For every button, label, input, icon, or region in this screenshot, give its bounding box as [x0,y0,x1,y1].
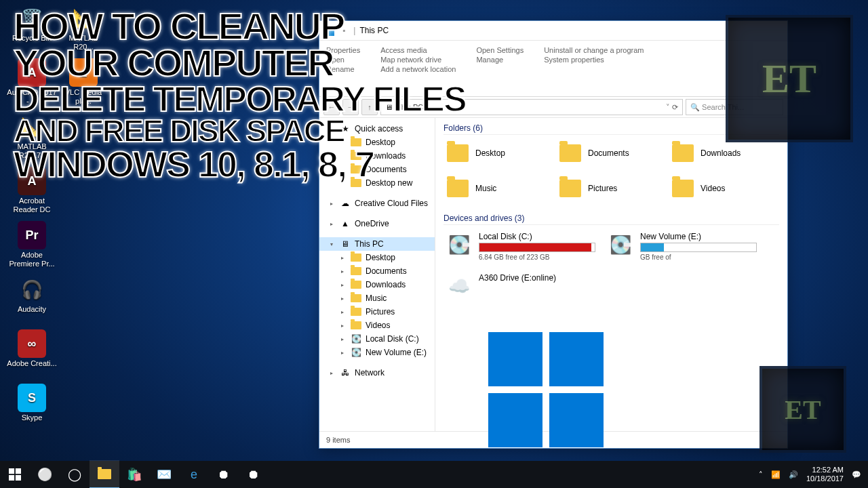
desktop-icon[interactable]: 📐MATLAB R2017a [7,113,57,159]
nav-item[interactable]: ▸Videos [319,319,435,332]
network-icon[interactable]: 📶 [771,470,781,479]
desktop-icon[interactable]: AAutoCAD 2017 - ... [7,58,57,105]
nav-item[interactable]: Documents [319,163,435,176]
desktop-icon[interactable]: PrAdobe Premiere Pr... [7,221,57,268]
desktop: 🗑️Recycle Bin📐MATLAB R20...AAutoCAD 2017… [0,0,868,488]
ribbon-properties[interactable]: Properties [326,46,360,54]
nav-item[interactable]: ▸Downloads [319,278,435,291]
folder-tile[interactable]: Pictures [556,174,662,203]
windows-logo-icon [488,332,604,447]
nav-item[interactable]: ▸🖧Network [319,366,435,380]
nav-pane: ▾★Quick accessDesktopDownloadsDocumentsD… [319,118,435,431]
path-field[interactable]: 🖥 This PC˅ ⟳ [380,99,683,115]
system-tray[interactable]: ˄ 📶 🔊 12:52 AM 10/18/2017 💬 [752,466,868,483]
nav-item[interactable]: Desktop [319,136,435,149]
drive-tile[interactable]: 💽Local Disk (C:)6.84 GB free of 223 GB [443,229,598,264]
nav-item[interactable]: ▸Desktop [319,251,435,264]
explorer-taskbar-icon[interactable] [90,460,119,488]
channel-badge-small: ET [760,366,846,453]
nav-item[interactable]: ▾★Quick access [319,122,435,136]
drive-tile[interactable]: ☁️A360 Drive (E:online) [443,270,598,302]
clock[interactable]: 12:52 AM 10/18/2017 [806,466,844,483]
nav-item[interactable]: ▸Documents [319,264,435,278]
start-button[interactable] [0,461,30,488]
folder-tile[interactable]: Desktop [443,139,549,167]
svg-rect-2 [9,475,14,481]
folder-tile[interactable]: Downloads [669,139,774,167]
edge-icon[interactable]: e [179,461,209,488]
desktop-icon[interactable]: 📐MATLAB R20... [58,4,108,51]
up-button[interactable]: ↑ [361,99,378,115]
nav-item[interactable]: ▸Pictures [319,305,435,319]
desktop-icon[interactable]: AAcrobat Reader DC [7,167,57,214]
ribbon: PropertiesOpenRename Access mediaMap net… [319,41,787,97]
svg-rect-0 [9,468,14,474]
search-icon[interactable]: ⚪ [30,461,60,488]
nav-item[interactable]: ▸💽Local Disk (C:) [319,332,435,346]
desktop-icon[interactable]: ▲VLC media pla... [58,58,108,105]
mail-icon[interactable]: ✉️ [149,461,179,488]
back-button[interactable]: ← [323,99,340,115]
app-icon-2[interactable]: ⏺ [239,461,269,488]
window-title: This PC [359,26,389,35]
app-icon[interactable]: ⏺ [209,461,239,488]
address-bar: ← → ↑ 🖥 This PC˅ ⟳ 🔍 Search Thi... [319,97,787,118]
nav-item[interactable]: ▸Music [319,291,435,305]
desktop-icon[interactable]: 🗑️Recycle Bin [7,4,57,43]
titlebar[interactable]: ▪ | This PC [319,21,787,41]
nav-item[interactable]: Desktop new [319,176,435,190]
svg-rect-3 [16,475,21,481]
store-icon[interactable]: 🛍️ [119,461,149,488]
forward-button[interactable]: → [342,99,359,115]
desktop-icon[interactable]: 🎧Audacity [7,275,57,314]
notifications-icon[interactable]: 💬 [852,470,861,479]
folder-tile[interactable]: Videos [669,174,774,203]
folder-icon [323,25,334,36]
nav-item[interactable]: ▸▲OneDrive [319,217,435,230]
nav-item[interactable]: ▸☁Creative Cloud Files [319,197,435,210]
nav-item[interactable]: Downloads [319,149,435,163]
svg-rect-1 [16,468,21,474]
volume-icon[interactable]: 🔊 [789,470,798,479]
drives-header[interactable]: Devices and drives (3) [443,214,779,225]
folder-tile[interactable]: Music [443,174,549,203]
desktop-icon[interactable]: SSkype [7,384,57,422]
desktop-icon[interactable]: ∞Adobe Creati... [7,329,57,368]
nav-item[interactable]: ▾🖥This PC [319,237,435,251]
cortana-icon[interactable]: ◯ [60,461,90,488]
taskbar: ⚪ ◯ 🛍️ ✉️ e ⏺ ⏺ ˄ 📶 🔊 12:52 AM 10/18/201… [0,461,868,488]
channel-badge: ET [726,15,853,142]
folder-tile[interactable]: Documents [556,139,662,167]
nav-item[interactable]: ▸💽New Volume (E:) [319,346,435,359]
tray-chevron-icon[interactable]: ˄ [759,470,763,479]
drive-tile[interactable]: 💽New Volume (E:)GB free of [605,229,760,264]
